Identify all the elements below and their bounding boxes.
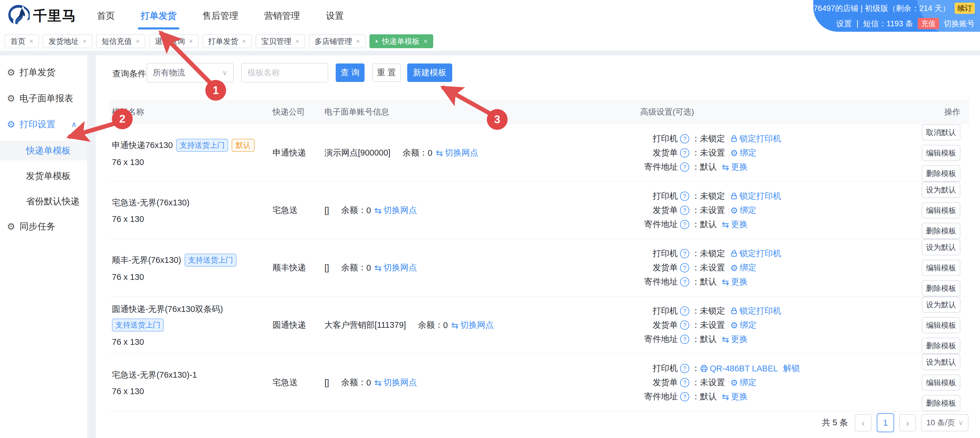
- tab-print-ship[interactable]: 打单发货 ×: [202, 34, 252, 48]
- help-icon[interactable]: ?: [680, 206, 689, 215]
- edit-template-button[interactable]: 编辑模板: [922, 202, 960, 218]
- bind-invoice-link[interactable]: ⚙绑定: [730, 205, 756, 216]
- tab-label: 退款查询: [155, 37, 185, 46]
- sidebar-item-label: 省份默认快递: [26, 195, 80, 207]
- switch-branch-link[interactable]: ⇆切换网点: [374, 262, 417, 274]
- sidebar-item-print-ship[interactable]: ⚙ 打单发货: [0, 63, 87, 82]
- renew-badge[interactable]: 续订: [955, 3, 975, 14]
- tab-ship-address[interactable]: 发货地址 ×: [43, 34, 92, 48]
- switch-branch-label: 切换网点: [460, 319, 494, 331]
- nav-aftersale[interactable]: 售后管理: [201, 0, 239, 32]
- close-icon[interactable]: ×: [242, 38, 246, 45]
- help-icon[interactable]: ?: [680, 364, 689, 373]
- help-icon[interactable]: ?: [680, 134, 689, 143]
- bind-invoice-label: 绑定: [740, 262, 756, 274]
- change-address-link[interactable]: ⇆更换: [722, 391, 748, 403]
- help-icon[interactable]: ?: [680, 263, 689, 272]
- set-default-button[interactable]: 设为默认: [922, 296, 960, 313]
- tab-refund-query[interactable]: 退款查询 ×: [149, 34, 199, 48]
- template-name-input[interactable]: [241, 63, 328, 83]
- delete-template-button[interactable]: 删除模板: [922, 223, 960, 239]
- bind-invoice-link[interactable]: ⚙绑定: [730, 147, 756, 159]
- nav-print-ship[interactable]: 打单发货: [140, 0, 178, 32]
- next-page-button[interactable]: ›: [899, 414, 916, 432]
- close-icon[interactable]: ×: [356, 38, 360, 45]
- close-icon[interactable]: ×: [189, 38, 192, 45]
- sidebar-item-waybill-report[interactable]: ⚙ 电子面单报表: [0, 89, 87, 108]
- unlock-printer-link[interactable]: 解锁: [783, 363, 800, 374]
- help-icon[interactable]: ?: [680, 220, 689, 229]
- switch-branch-link[interactable]: ⇆切换网点: [374, 377, 417, 389]
- change-address-link[interactable]: ⇆更换: [722, 334, 748, 345]
- sidebar-item-express-template[interactable]: 快递单模板: [0, 141, 87, 161]
- sidebar-item-shipping-template[interactable]: 发货单模板: [0, 166, 87, 186]
- help-icon[interactable]: ?: [680, 162, 689, 172]
- help-icon[interactable]: ?: [680, 148, 689, 158]
- chevron-up-icon[interactable]: ∧: [71, 120, 77, 129]
- edit-template-button[interactable]: 编辑模板: [922, 145, 960, 161]
- switch-branch-link[interactable]: ⇆切换网点: [374, 205, 417, 216]
- search-button[interactable]: 查 询: [336, 64, 364, 82]
- close-icon[interactable]: ×: [136, 38, 140, 45]
- cancel-default-button[interactable]: 取消默认: [922, 124, 960, 140]
- switch-branch-label: 切换网点: [445, 147, 478, 159]
- change-address-link[interactable]: ⇆更换: [722, 219, 748, 230]
- change-address-link[interactable]: ⇆更换: [722, 161, 748, 173]
- help-icon[interactable]: ?: [680, 392, 689, 401]
- create-template-button[interactable]: 新建模板: [407, 64, 452, 82]
- sidebar-item-sync-task[interactable]: ⚙ 同步任务: [0, 217, 87, 236]
- nav-marketing[interactable]: 营销管理: [263, 0, 301, 32]
- tab-sms-recharge[interactable]: 短信充值 ×: [96, 34, 145, 48]
- recharge-button[interactable]: 充值: [918, 18, 939, 29]
- account-settings-link[interactable]: 设置: [836, 19, 852, 29]
- tab-multistore[interactable]: 多店铺管理 ×: [309, 34, 366, 48]
- bind-invoice-link[interactable]: ⚙绑定: [730, 319, 756, 331]
- set-default-button[interactable]: 设为默认: [922, 354, 960, 370]
- help-icon[interactable]: ?: [680, 277, 689, 287]
- switch-branch-link[interactable]: ⇆切换网点: [436, 147, 478, 159]
- sidebar-item-print-settings[interactable]: ⚙ 打印设置 ∧: [0, 115, 87, 134]
- sender-address-value: 默认: [700, 219, 717, 230]
- help-icon[interactable]: ?: [680, 306, 689, 316]
- switch-branch-link[interactable]: ⇆切换网点: [451, 319, 494, 331]
- close-icon[interactable]: ×: [83, 38, 86, 45]
- close-icon[interactable]: ×: [29, 38, 33, 45]
- edit-template-button[interactable]: 编辑模板: [922, 374, 960, 391]
- edit-template-button[interactable]: 编辑模板: [922, 317, 960, 333]
- bind-invoice-link[interactable]: ⚙绑定: [730, 262, 756, 274]
- sidebar-item-province-default[interactable]: 省份默认快递: [0, 191, 87, 211]
- help-icon[interactable]: ?: [680, 335, 689, 344]
- delete-template-button[interactable]: 删除模板: [922, 280, 960, 296]
- help-icon[interactable]: ?: [680, 378, 689, 387]
- switch-account-link[interactable]: 切换账号: [943, 19, 975, 29]
- tab-home[interactable]: 首页 ×: [5, 34, 39, 48]
- nav-settings[interactable]: 设置: [325, 0, 345, 32]
- delete-template-button[interactable]: 删除模板: [922, 165, 960, 182]
- delete-template-button[interactable]: 删除模板: [922, 338, 960, 354]
- close-icon[interactable]: ×: [424, 38, 427, 45]
- page-size-select[interactable]: 10 条/页 ∨: [921, 414, 969, 432]
- lock-printer-link[interactable]: 锁定打印机: [730, 133, 781, 145]
- lock-printer-link[interactable]: 锁定打印机: [730, 190, 781, 202]
- help-icon[interactable]: ?: [680, 249, 689, 258]
- delete-template-button[interactable]: 删除模板: [922, 395, 960, 411]
- lock-printer-link[interactable]: 锁定打印机: [730, 305, 781, 317]
- bind-invoice-link[interactable]: ⚙绑定: [730, 377, 756, 389]
- prev-page-button[interactable]: ‹: [855, 414, 872, 432]
- set-default-button[interactable]: 设为默认: [922, 182, 960, 198]
- current-page-button[interactable]: 1: [877, 413, 894, 432]
- set-default-button[interactable]: 设为默认: [922, 239, 960, 255]
- change-address-link[interactable]: ⇆更换: [722, 276, 748, 288]
- reset-button[interactable]: 重 置: [372, 64, 401, 82]
- gear-icon: ⚙: [730, 148, 738, 158]
- logistics-select[interactable]: 所有物流 ∨: [146, 63, 234, 83]
- edit-template-button[interactable]: 编辑模板: [922, 260, 960, 276]
- template-name-cell: 宅急送-无界(76x130)-1 76 x 130: [110, 370, 272, 396]
- tab-waybill-template[interactable]: ● 快递单模板 ×: [369, 34, 433, 48]
- lock-printer-link[interactable]: 锁定打印机: [730, 248, 781, 260]
- nav-home[interactable]: 首页: [96, 0, 116, 32]
- tab-item-manage[interactable]: 宝贝管理 ×: [256, 34, 305, 48]
- help-icon[interactable]: ?: [680, 320, 689, 330]
- help-icon[interactable]: ?: [680, 191, 689, 201]
- close-icon[interactable]: ×: [295, 38, 299, 45]
